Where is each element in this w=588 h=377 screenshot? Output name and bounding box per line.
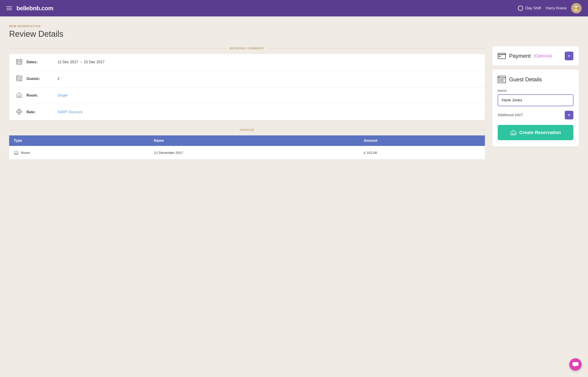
rate-icon	[15, 108, 23, 116]
invoice-thead: Type Name Amount	[9, 135, 485, 146]
create-reservation-label: Create Reservation	[519, 130, 561, 135]
breadcrumb: NEW RESERVATION	[9, 25, 579, 28]
svg-line-31	[17, 110, 19, 111]
svg-rect-30	[18, 113, 20, 114]
header-left: bellebnb.com	[6, 5, 53, 12]
svg-rect-14	[19, 61, 20, 62]
app-header: bellebnb.com Day Shift Harry Krane 👨‍🍳	[0, 0, 588, 16]
dates-row: Dates: 12 Dec 2017 → 15 Dec 2017	[9, 54, 485, 71]
payment-panel: Payment (Optional) +	[492, 46, 579, 66]
svg-rect-24	[19, 79, 21, 80]
create-reservation-button[interactable]: Create Reservation	[498, 125, 573, 140]
payment-title: Payment	[509, 53, 531, 59]
guest-details-panel: Guest Details Name Additional Info? + Cr…	[492, 70, 579, 147]
svg-line-6	[522, 10, 522, 10]
guests-value: 2	[57, 77, 59, 81]
hamburger-menu[interactable]	[6, 6, 12, 10]
shift-indicator[interactable]: Day Shift	[518, 5, 541, 11]
svg-rect-15	[20, 61, 21, 62]
content-layout: BOOKING SUMMARY	[9, 46, 579, 159]
booking-card: Dates: 12 Dec 2017 → 15 Dec 2017	[9, 54, 485, 120]
avatar[interactable]: 👨‍🍳	[571, 3, 582, 13]
svg-rect-18	[20, 63, 21, 63]
add-info-button[interactable]: +	[565, 111, 573, 119]
room-type-icon	[14, 150, 19, 155]
room-value[interactable]: Single	[57, 94, 67, 97]
room-row: Room: Single	[9, 87, 485, 104]
rate-value[interactable]: AARP Discount	[57, 110, 83, 114]
col-amount: Amount	[359, 135, 485, 146]
name-input[interactable]	[498, 94, 573, 106]
room-label: Room:	[26, 94, 54, 97]
svg-rect-43	[499, 80, 503, 80]
col-name: Name	[149, 135, 359, 146]
guest-panel-header: Guest Details	[498, 76, 573, 83]
main-content: NEW RESERVATION Review Details BOOKING S…	[0, 16, 588, 168]
svg-rect-35	[15, 153, 17, 154]
svg-rect-28	[16, 111, 18, 112]
svg-rect-42	[499, 79, 505, 79]
guest-details-title: Guest Details	[509, 76, 542, 83]
invoice-amount-cell: £ 102.00	[359, 146, 485, 159]
house-icon	[510, 130, 517, 135]
svg-line-8	[519, 10, 519, 10]
user-name: Harry Krane	[545, 6, 566, 11]
payment-optional: (Optional)	[534, 54, 552, 59]
name-label: Name	[498, 89, 573, 93]
brand-logo: bellebnb.com	[16, 5, 53, 12]
svg-point-21	[17, 78, 19, 80]
guests-row: Guests: 2	[9, 71, 485, 87]
header-right: Day Shift Harry Krane 👨‍🍳	[518, 3, 582, 13]
svg-rect-16	[17, 63, 18, 63]
sun-icon	[518, 5, 523, 11]
guests-icon	[15, 75, 23, 82]
svg-rect-13	[17, 61, 18, 62]
svg-line-5	[519, 6, 519, 7]
right-column: Payment (Optional) +	[492, 46, 579, 147]
rate-label: Rate:	[26, 110, 54, 114]
booking-summary-header: BOOKING SUMMARY	[9, 46, 485, 50]
invoice-table: Type Name Amount Roo	[9, 135, 485, 159]
svg-rect-38	[499, 56, 501, 57]
left-column: BOOKING SUMMARY	[9, 46, 485, 159]
svg-rect-29	[20, 111, 22, 112]
svg-line-7	[522, 6, 522, 7]
table-row: Room 12 December 2017 £ 102.00	[9, 146, 485, 159]
payment-icon	[498, 53, 506, 59]
additional-info-row: Additional Info? +	[498, 111, 573, 119]
invoice-tbody: Room 12 December 2017 £ 102.00	[9, 146, 485, 159]
svg-line-32	[19, 110, 21, 111]
guests-label: Guests:	[26, 77, 54, 81]
dates-icon	[15, 59, 23, 66]
svg-rect-26	[18, 96, 20, 97]
invoice-label: INVOICE	[236, 128, 258, 131]
svg-rect-23	[19, 78, 21, 79]
additional-info-label: Additional Info?	[498, 113, 523, 117]
invoice-header: INVOICE	[9, 128, 485, 132]
dates-value: 12 Dec 2017 → 15 Dec 2017	[57, 60, 104, 64]
shift-label: Day Shift	[525, 6, 541, 11]
svg-rect-27	[18, 109, 20, 110]
chat-icon	[573, 362, 578, 367]
svg-line-34	[19, 112, 21, 113]
payment-header: Payment (Optional) +	[498, 52, 573, 60]
svg-rect-17	[19, 63, 20, 63]
room-icon	[15, 92, 23, 99]
svg-line-33	[17, 112, 19, 113]
page-title: Review Details	[9, 29, 579, 39]
chat-bubble[interactable]	[569, 358, 582, 371]
add-payment-button[interactable]: +	[565, 52, 573, 60]
guest-details-icon	[498, 76, 506, 83]
booking-summary-label: BOOKING SUMMARY	[226, 47, 268, 50]
invoice-type-cell: Room	[9, 146, 149, 159]
svg-rect-25	[19, 80, 21, 80]
rate-row: Rate: AARP Discount	[9, 104, 485, 120]
svg-rect-44	[499, 81, 504, 82]
dates-label: Dates:	[26, 60, 54, 64]
col-type: Type	[9, 135, 149, 146]
invoice-name-cell: 12 December 2017	[149, 146, 359, 159]
payment-title-group: Payment (Optional)	[498, 53, 552, 59]
